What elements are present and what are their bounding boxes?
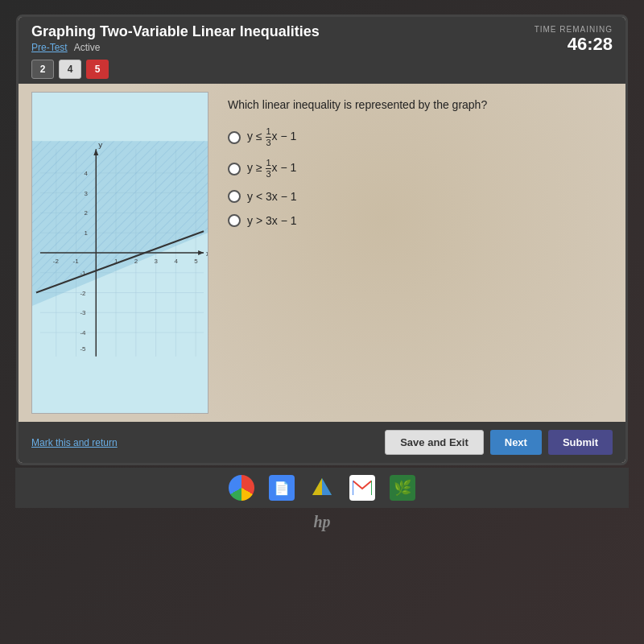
save-exit-button[interactable]: Save and Exit <box>385 430 484 455</box>
option-a[interactable]: y ≤ 13x − 1 <box>228 127 606 147</box>
graph-svg: x y -2 -1 1 2 3 4 5 4 3 2 1 <box>32 93 208 413</box>
svg-text:-4: -4 <box>80 329 86 336</box>
hp-logo-area: hp <box>313 513 330 531</box>
question-navigation: 2 4 5 <box>19 56 625 84</box>
svg-text:1: 1 <box>84 229 88 237</box>
option-a-text: y ≤ 13x − 1 <box>247 127 296 147</box>
svg-text:-5: -5 <box>80 345 86 353</box>
files-icon[interactable]: 📄 <box>269 475 295 501</box>
nav-btn-5[interactable]: 5 <box>86 60 109 79</box>
svg-marker-45 <box>312 478 322 495</box>
question-content: Which linear inequality is represented b… <box>221 92 613 414</box>
option-c-text: y < 3x − 1 <box>247 190 296 203</box>
svg-text:4: 4 <box>84 170 88 177</box>
svg-text:-3: -3 <box>80 309 86 316</box>
svg-text:5: 5 <box>194 258 198 265</box>
mark-return-link[interactable]: Mark this and return <box>31 437 118 448</box>
answer-options: y ≤ 13x − 1 y ≥ 13x − 1 <box>228 127 606 227</box>
timer-display: TIME REMAINING 46:28 <box>535 25 613 55</box>
option-c[interactable]: y < 3x − 1 <box>228 190 606 203</box>
question-text-label: Which linear inequality is represented b… <box>228 98 487 111</box>
gmail-icon[interactable] <box>349 475 375 501</box>
quiz-area: x y -2 -1 1 2 3 4 5 4 3 2 1 <box>19 84 625 422</box>
leaf-icon[interactable]: 🌿 <box>390 475 415 501</box>
time-value: 46:28 <box>535 34 613 55</box>
question-text: Which linear inequality is represented b… <box>228 98 606 111</box>
svg-text:y: y <box>98 140 102 149</box>
radio-a[interactable] <box>228 131 241 144</box>
svg-text:-2: -2 <box>80 290 85 297</box>
pre-test-link[interactable]: Pre-Test <box>31 42 68 53</box>
option-d[interactable]: y > 3x − 1 <box>228 214 606 227</box>
header: Graphing Two-Variable Linear Inequalitie… <box>19 17 625 56</box>
laptop-screen: Graphing Two-Variable Linear Inequalitie… <box>16 14 628 465</box>
radio-d[interactable] <box>228 214 241 227</box>
chrome-icon[interactable] <box>229 475 254 501</box>
drive-icon[interactable] <box>309 475 335 501</box>
nav-btn-2[interactable]: 2 <box>31 60 54 79</box>
svg-text:4: 4 <box>174 258 178 265</box>
svg-text:2: 2 <box>134 258 138 265</box>
status-badge: Active <box>74 42 101 53</box>
taskbar: 📄 🌿 <box>15 468 629 508</box>
svg-text:3: 3 <box>84 190 88 197</box>
footer: Mark this and return Save and Exit Next … <box>19 422 625 463</box>
time-label: TIME REMAINING <box>535 25 613 34</box>
option-d-text: y > 3x − 1 <box>247 214 296 227</box>
nav-btn-4[interactable]: 4 <box>59 60 81 79</box>
graph-container: x y -2 -1 1 2 3 4 5 4 3 2 1 <box>31 92 208 414</box>
radio-c[interactable] <box>228 190 241 203</box>
hp-logo: hp <box>313 513 330 530</box>
option-b[interactable]: y ≥ 13x − 1 <box>228 159 606 179</box>
radio-b[interactable] <box>228 163 241 175</box>
submit-button[interactable]: Submit <box>548 430 613 455</box>
page-title: Graphing Two-Variable Linear Inequalitie… <box>31 23 613 40</box>
footer-buttons: Save and Exit Next Submit <box>385 430 613 455</box>
svg-text:2: 2 <box>84 209 87 217</box>
svg-text:x: x <box>206 249 208 258</box>
option-b-text: y ≥ 13x − 1 <box>247 159 296 179</box>
next-button[interactable]: Next <box>490 430 542 455</box>
svg-text:-1: -1 <box>73 258 80 265</box>
svg-text:3: 3 <box>155 258 159 265</box>
svg-text:-2: -2 <box>53 258 59 265</box>
svg-marker-46 <box>322 478 332 495</box>
